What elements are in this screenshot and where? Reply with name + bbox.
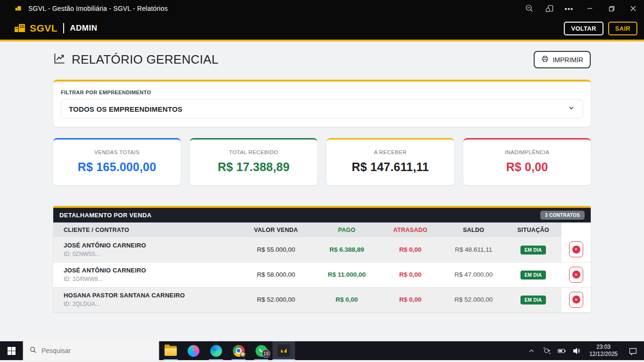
pago-cell: R$ 11.000,00 bbox=[315, 262, 379, 287]
atrasado-cell: R$ 0,00 bbox=[379, 287, 442, 312]
action-center-icon[interactable] bbox=[623, 341, 642, 360]
table-title-bar: DETALHAMENTO POR VENDA 3 CONTRATOS bbox=[53, 208, 591, 222]
filter-label: FILTRAR POR EMPREENDIMENTO bbox=[61, 90, 583, 95]
atrasado-cell: R$ 0,00 bbox=[379, 262, 442, 287]
tray-battery-icon[interactable] bbox=[555, 341, 569, 360]
client-name: JOSÉ ANTÔNIO CARNEIRO bbox=[64, 267, 237, 274]
chrome-profile-avatar bbox=[240, 352, 246, 358]
brand: SGVL ADMIN bbox=[14, 22, 97, 35]
clock-time: 23:03 bbox=[589, 344, 618, 351]
valor-venda-cell: R$ 58.000,00 bbox=[237, 262, 315, 287]
stat-card: A RECEBER R$ 147.611,11 bbox=[327, 138, 454, 185]
tray-chevron-up-icon[interactable] bbox=[525, 341, 538, 360]
pago-cell: R$ 6.388,89 bbox=[315, 237, 379, 262]
menu-ellipsis-icon[interactable]: ••• bbox=[559, 0, 579, 17]
find-in-page-icon[interactable] bbox=[539, 0, 559, 17]
search-input[interactable] bbox=[41, 347, 145, 354]
back-button[interactable]: VOLTAR bbox=[564, 22, 603, 35]
tray-volume-icon[interactable] bbox=[570, 341, 584, 360]
edge-icon bbox=[210, 345, 222, 357]
restore-button[interactable] bbox=[601, 0, 622, 17]
status-badge: EM DIA bbox=[520, 246, 546, 255]
sgvl-app-icon bbox=[278, 345, 290, 357]
printer-icon bbox=[541, 55, 549, 64]
contract-id: ID: 2QLDUA... bbox=[64, 301, 237, 307]
close-button[interactable] bbox=[622, 0, 644, 17]
taskbar-clock[interactable]: 23:03 12/12/2025 bbox=[586, 344, 621, 358]
taskbar-sgvl-app-icon[interactable] bbox=[272, 341, 295, 360]
table-body: JOSÉ ANTÔNIO CARNEIRO ID: 0ZNW5S... R$ 5… bbox=[53, 237, 591, 312]
saldo-cell: R$ 47.000,00 bbox=[442, 262, 505, 287]
col-header-valor-venda: VALOR VENDA bbox=[237, 222, 315, 237]
saldo-cell: R$ 52.000,00 bbox=[442, 287, 505, 312]
cancel-icon: ✕ bbox=[572, 296, 580, 304]
delete-sale-button[interactable]: ✕ bbox=[569, 267, 583, 283]
sales-table-card: DETALHAMENTO POR VENDA 3 CONTRATOS CLIEN… bbox=[53, 206, 591, 313]
stat-card: VENDAS TOTAIS R$ 165.000,00 bbox=[53, 138, 181, 185]
windows-taskbar: 19 23:03 12/12/2025 bbox=[0, 341, 644, 360]
copilot-icon bbox=[188, 345, 199, 357]
stat-label: INADIMPLÊNCIA bbox=[467, 149, 587, 155]
taskbar-copilot-icon[interactable] bbox=[182, 341, 205, 360]
clock-date: 12/12/2025 bbox=[589, 351, 618, 358]
stat-card: INADIMPLÊNCIA R$ 0,00 bbox=[463, 138, 591, 185]
col-header-saldo: SALDO bbox=[442, 222, 505, 237]
stat-label: TOTAL RECEBIDO bbox=[194, 149, 314, 155]
stat-card: TOTAL RECEBIDO R$ 17.388,89 bbox=[190, 138, 317, 185]
table-title: DETALHAMENTO POR VENDA bbox=[59, 212, 151, 219]
app-icon bbox=[15, 4, 21, 13]
window-titlebar: SGVL - Gestão Imobiliária - SGVL - Relat… bbox=[0, 0, 644, 17]
folder-icon bbox=[165, 346, 177, 356]
taskbar-search[interactable] bbox=[23, 341, 159, 360]
empreendimento-select[interactable]: TODOS OS EMPREENDIMENTOS bbox=[61, 99, 583, 118]
saldo-cell: R$ 48.611,11 bbox=[442, 237, 505, 262]
atrasado-cell: R$ 0,00 bbox=[379, 237, 442, 262]
stat-value: R$ 0,00 bbox=[467, 160, 587, 174]
brand-building-icon bbox=[14, 22, 25, 35]
logout-button[interactable]: SAIR bbox=[608, 22, 637, 35]
main-content: RELATÓRIO GERENCIAL IMPRIMIR FILTRAR POR… bbox=[0, 41, 644, 341]
line-chart-icon bbox=[53, 52, 66, 68]
selected-option: TODOS OS EMPREENDIMENTOS bbox=[69, 105, 182, 113]
taskbar-file-explorer-icon[interactable] bbox=[159, 341, 182, 360]
brand-divider bbox=[63, 23, 64, 33]
minimize-button[interactable] bbox=[579, 0, 601, 17]
taskbar-edge-icon[interactable] bbox=[205, 341, 227, 360]
delete-sale-button[interactable]: ✕ bbox=[569, 292, 583, 308]
whatsapp-badge: 19 bbox=[262, 349, 270, 358]
chevron-down-icon bbox=[568, 104, 575, 114]
stat-label: A RECEBER bbox=[330, 149, 450, 155]
client-name: JOSÉ ANTÔNIO CARNEIRO bbox=[64, 242, 237, 249]
app-header: SGVL ADMIN VOLTAR SAIR bbox=[0, 17, 644, 41]
status-badge: EM DIA bbox=[520, 296, 546, 304]
sales-table: CLIENTE / CONTRATO VALOR VENDA PAGO ATRA… bbox=[53, 222, 591, 313]
brand-role: ADMIN bbox=[70, 24, 97, 33]
valor-venda-cell: R$ 52.000,00 bbox=[237, 287, 315, 312]
col-header-atrasado: ATRASADO bbox=[379, 222, 442, 237]
client-name: HOSANA PASTOR SANTANA CARNEIRO bbox=[64, 292, 237, 299]
search-icon bbox=[30, 346, 37, 355]
col-header-actions bbox=[561, 222, 591, 237]
stat-value: R$ 147.611,11 bbox=[330, 160, 450, 174]
table-row: HOSANA PASTOR SANTANA CARNEIRO ID: 2QLDU… bbox=[53, 287, 591, 312]
zoom-out-icon[interactable] bbox=[520, 0, 539, 17]
window-title: SGVL - Gestão Imobiliária - SGVL - Relat… bbox=[28, 5, 168, 12]
stats-row: VENDAS TOTAIS R$ 165.000,00 TOTAL RECEBI… bbox=[53, 138, 591, 185]
contracts-count-badge: 3 CONTRATOS bbox=[540, 211, 585, 220]
contract-id: ID: 0ZNW5S... bbox=[64, 251, 237, 257]
col-header-situacao: SITUAÇÃO bbox=[505, 222, 561, 237]
table-row: JOSÉ ANTÔNIO CARNEIRO ID: 0ZNW5S... R$ 5… bbox=[53, 237, 591, 262]
print-button[interactable]: IMPRIMIR bbox=[534, 51, 591, 68]
stat-value: R$ 165.000,00 bbox=[57, 160, 177, 174]
table-row: JOSÉ ANTÔNIO CARNEIRO ID: 1GRWW8... R$ 5… bbox=[53, 262, 591, 287]
pago-cell: R$ 0,00 bbox=[315, 287, 379, 312]
page-title: RELATÓRIO GERENCIAL bbox=[53, 52, 219, 68]
stat-label: VENDAS TOTAIS bbox=[57, 149, 177, 155]
taskbar-whatsapp-icon[interactable]: 19 bbox=[250, 341, 272, 360]
taskbar-chrome-icon[interactable] bbox=[227, 341, 250, 360]
start-button[interactable] bbox=[0, 341, 23, 360]
delete-sale-button[interactable]: ✕ bbox=[569, 241, 583, 257]
brand-name: SGVL bbox=[30, 23, 58, 34]
tray-capture-icon[interactable] bbox=[540, 341, 553, 360]
windows-logo-icon bbox=[8, 347, 16, 355]
